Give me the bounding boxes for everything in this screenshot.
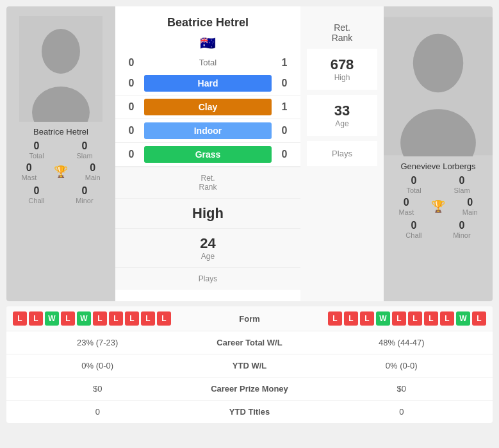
indoor-left-score: 0 — [122, 125, 141, 137]
right-high-label: High — [315, 73, 370, 82]
right-trophy-row: 0 Mast 🏆 0 Main — [384, 194, 493, 216]
hard-right-score: 0 — [275, 78, 294, 89]
total-row: 0 Total 1 — [115, 54, 300, 72]
form-badge-left: L — [109, 311, 123, 326]
left-age-label: Age — [122, 252, 294, 261]
form-badge-left: L — [157, 311, 171, 326]
stat-left-3: 0 — [16, 407, 179, 417]
stats-table: 23% (7-23)Career Total W/L48% (44-47)0% … — [6, 331, 493, 423]
form-badge-right: L — [360, 311, 374, 326]
stat-left-0: 23% (7-23) — [16, 338, 179, 347]
right-age-value: 33 — [315, 103, 370, 119]
left-player-photo: Beatrice Hetrel 0 Total 0 Slam 0 Mast 🏆 — [6, 6, 115, 301]
hard-badge: Hard — [144, 75, 272, 92]
form-badge-left: L — [125, 311, 139, 326]
hard-row: 0 Hard 0 — [115, 72, 300, 95]
left-player-name: Beatrice Hetrel — [28, 127, 94, 137]
left-trophy-row: 0 Mast 🏆 0 Main — [6, 160, 115, 181]
right-minor: 0 Minor — [453, 220, 471, 239]
grass-badge: Grass — [144, 146, 272, 163]
left-high-box: High — [115, 198, 300, 228]
stat-label-0: Career Total W/L — [179, 338, 320, 347]
left-trophy-icon: 🏆 — [54, 165, 68, 179]
stat-label-3: YTD Titles — [179, 407, 320, 417]
stat-left-2: $0 — [16, 384, 179, 394]
right-rank-label: Rank — [307, 33, 377, 43]
form-badge-right: L — [472, 311, 486, 326]
svg-point-1 — [42, 29, 80, 74]
left-minor: 0 Minor — [76, 185, 94, 204]
form-badge-left: W — [77, 311, 91, 326]
form-badge-left: L — [29, 311, 43, 326]
stat-right-3: 0 — [320, 407, 484, 417]
form-label: Form — [211, 314, 288, 324]
main-container: Beatrice Hetrel 0 Total 0 Slam 0 Mast 🏆 — [0, 0, 499, 429]
left-flag: 🇦🇺 — [115, 35, 300, 54]
right-high-value: 678 — [315, 56, 370, 73]
right-ret-label: Ret. — [307, 22, 377, 33]
right-plays-label: Plays — [315, 149, 370, 158]
form-badge-left: L — [93, 311, 107, 326]
left-mast: 0 Mast — [21, 162, 37, 181]
right-trophy-icon: 🏆 — [431, 199, 445, 213]
stat-right-0: 48% (44-47) — [320, 338, 484, 347]
right-slam: 0 Slam — [454, 175, 470, 194]
form-badge-right: L — [408, 311, 422, 326]
hard-left-score: 0 — [122, 78, 141, 89]
form-badge-right: L — [392, 311, 406, 326]
svg-point-4 — [413, 34, 463, 93]
clay-left-score: 0 — [122, 101, 141, 113]
top-section: Beatrice Hetrel 0 Total 0 Slam 0 Mast 🏆 — [6, 6, 493, 301]
grass-left-score: 0 — [122, 149, 141, 160]
left-plays-box: Plays — [115, 267, 300, 290]
stat-left-1: 0% (0-0) — [16, 361, 179, 370]
stats-row-3: 0YTD Titles0 — [6, 401, 493, 423]
right-age-label: Age — [315, 119, 370, 128]
right-avatar — [384, 16, 493, 156]
right-plays-block: Plays — [307, 141, 377, 166]
right-total: 0 Total — [406, 175, 421, 194]
form-badges-left: LLWLWLLLLL — [13, 311, 211, 326]
form-badge-right: L — [440, 311, 454, 326]
left-main: 0 Main — [85, 162, 101, 181]
left-ret-rank-label: Ret. — [122, 174, 294, 183]
form-badge-left: L — [13, 311, 27, 326]
left-chall: 0 Chall — [28, 185, 44, 204]
stat-right-2: $0 — [320, 384, 484, 394]
left-ret-rank-box: Ret. Rank — [115, 167, 300, 198]
right-player-name: Genevieve Lorbergs — [395, 162, 480, 171]
left-total: 0 Total — [29, 140, 44, 160]
left-player-header: Beatrice Hetrel — [115, 6, 300, 35]
right-stats-row1: 0 Total 0 Slam — [384, 171, 493, 194]
clay-right-score: 1 — [275, 101, 294, 113]
total-label: Total — [141, 58, 275, 67]
right-ret-rank: Ret. Rank — [307, 13, 377, 46]
indoor-row: 0 Indoor 0 — [115, 119, 300, 143]
form-row: LLWLWLLLLL Form LLLWLLLLWL — [6, 306, 493, 331]
indoor-badge: Indoor — [144, 122, 272, 139]
form-badge-left: W — [45, 311, 59, 326]
form-badge-left: L — [61, 311, 75, 326]
right-stats-row2: 0 Chall 0 Minor — [384, 216, 493, 239]
right-mast: 0 Mast — [398, 197, 414, 216]
form-badge-left: L — [141, 311, 155, 326]
form-badge-right: L — [344, 311, 358, 326]
grass-row: 0 Grass 0 — [115, 143, 300, 167]
center-panel: Beatrice Hetrel 🇦🇺 0 Total 1 0 Hard 0 0 … — [115, 6, 300, 301]
left-stats-row1: 0 Total 0 Slam — [6, 137, 115, 160]
right-panel: Ret. Rank 678 High 33 Age Plays — [300, 6, 493, 301]
left-rank-label: Rank — [122, 183, 294, 192]
total-left-score: 0 — [122, 57, 141, 69]
grass-right-score: 0 — [275, 149, 294, 160]
right-player-photo: Genevieve Lorbergs 0 Total 0 Slam 0 Mast — [384, 6, 493, 301]
form-badge-right: W — [456, 311, 470, 326]
right-chall: 0 Chall — [405, 220, 421, 239]
stats-row-2: $0Career Prize Money$0 — [6, 377, 493, 401]
left-plays-label: Plays — [122, 274, 294, 283]
left-age-value: 24 — [122, 235, 294, 252]
stats-row-0: 23% (7-23)Career Total W/L48% (44-47) — [6, 331, 493, 354]
indoor-right-score: 0 — [275, 125, 294, 137]
total-right-score: 1 — [275, 57, 294, 69]
left-high-value: High — [122, 205, 294, 222]
stat-label-2: Career Prize Money — [179, 384, 320, 394]
